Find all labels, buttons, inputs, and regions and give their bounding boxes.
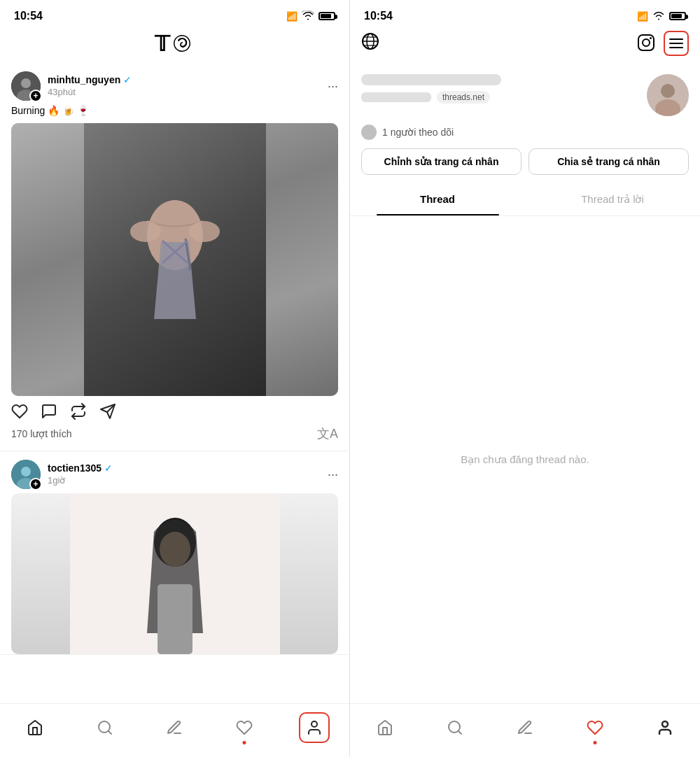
profile-buttons: Chỉnh sửa trang cá nhân Chia sẻ trang cá… — [361, 148, 689, 175]
left-nav-profile[interactable] — [299, 712, 330, 743]
left-battery-icon — [318, 12, 335, 20]
post-2-time: 1giờ — [48, 475, 65, 486]
post-1-avatar-plus[interactable]: + — [29, 90, 42, 102]
translate-icon[interactable]: 文A — [317, 425, 338, 442]
empty-state: Bạn chưa đăng thread nào. — [447, 411, 603, 508]
post-1-user-info: + minhtu_nguyen ✓ 43phút — [11, 71, 132, 101]
right-status-bar: 10:54 📶 — [350, 0, 700, 27]
post-1-username: minhtu_nguyen — [48, 74, 120, 85]
right-signal-icon: 📶 — [637, 11, 648, 22]
menu-line-1 — [669, 38, 683, 40]
profile-icon — [306, 719, 323, 736]
right-panel: 10:54 📶 — [350, 0, 700, 757]
menu-button[interactable] — [664, 31, 689, 56]
compose-icon — [166, 719, 183, 736]
left-status-bar: 10:54 📶 — [0, 0, 349, 27]
threads-logo-svg — [169, 31, 195, 56]
post-1-verified: ✓ — [123, 74, 132, 85]
followers-avatar — [361, 125, 377, 140]
comment-button[interactable] — [41, 403, 57, 420]
signal-icon: 📶 — [286, 11, 298, 22]
right-nav-profile[interactable] — [650, 712, 680, 743]
profile-name-skeleton — [361, 74, 501, 85]
right-battery-icon — [669, 12, 686, 20]
post-2-verified: ✓ — [104, 462, 113, 474]
post-1-username-row: minhtu_nguyen ✓ — [48, 74, 132, 85]
right-heart-dot — [594, 741, 597, 744]
profile-section: threads.net 1 người theo dõi Chỉnh sửa t… — [350, 63, 700, 183]
tab-thread-reply[interactable]: Thread trả lời — [525, 183, 700, 215]
tab-thread[interactable]: Thread — [350, 183, 525, 215]
menu-line-2 — [669, 43, 683, 44]
left-bottom-nav — [0, 703, 349, 757]
edit-profile-button[interactable]: Chỉnh sửa trang cá nhân — [361, 148, 522, 175]
right-nav-likes[interactable] — [580, 712, 610, 743]
heart-nav-dot — [243, 741, 246, 744]
svg-line-20 — [108, 731, 111, 734]
globe-button[interactable] — [361, 32, 379, 55]
svg-point-31 — [661, 84, 675, 98]
repost-button[interactable] — [70, 403, 87, 420]
followers-row: 1 người theo dõi — [361, 125, 689, 140]
left-nav-compose[interactable] — [159, 712, 190, 743]
post-2-image — [11, 493, 338, 654]
svg-point-28 — [643, 39, 650, 46]
globe-icon — [361, 32, 379, 50]
post-1-likes: 170 lượt thích — [11, 428, 72, 439]
post-2-user-details: toctien1305 ✓ 1giờ — [48, 462, 113, 486]
right-status-icons: 📶 — [637, 10, 686, 22]
profile-avatar-svg — [647, 74, 689, 116]
profile-content-area: Bạn chưa đăng thread nào. — [350, 216, 700, 703]
right-heart-icon — [587, 719, 603, 736]
right-time: 10:54 — [364, 10, 393, 22]
svg-point-9 — [189, 221, 220, 242]
like-button[interactable] — [11, 403, 28, 420]
post-2-username-row: toctien1305 ✓ — [48, 462, 113, 474]
right-header-icons — [637, 31, 689, 56]
share-profile-button[interactable]: Chia sẻ trang cá nhân — [528, 148, 689, 175]
share-button[interactable] — [99, 403, 116, 420]
post-1-time: 43phút — [48, 87, 76, 97]
right-nav-search[interactable] — [440, 712, 470, 743]
threads-domain-badge: threads.net — [437, 91, 490, 104]
instagram-button[interactable] — [637, 34, 655, 54]
post-1-image — [11, 123, 338, 396]
post-2-more-btn[interactable]: ··· — [328, 467, 338, 482]
share-icon — [99, 403, 116, 420]
threads-logo: 𝕋 — [155, 31, 169, 56]
post-2-avatar-plus[interactable]: + — [29, 478, 42, 490]
right-compose-icon — [517, 719, 533, 736]
home-icon — [27, 719, 43, 736]
post-1: + minhtu_nguyen ✓ 43phút ··· Burning 🔥 🍺… — [0, 63, 349, 451]
menu-line-3 — [669, 47, 683, 48]
heart-icon — [11, 403, 28, 420]
right-nav-home[interactable] — [370, 712, 400, 743]
profile-top-row: threads.net — [361, 74, 689, 116]
post-2-header: + toctien1305 ✓ 1giờ ··· — [11, 460, 338, 489]
right-home-icon — [377, 719, 393, 736]
followers-count: 1 người theo dõi — [382, 127, 454, 138]
post-2-meta-right: ··· — [328, 467, 338, 482]
tabs-row: Thread Thread trả lời — [350, 183, 700, 216]
right-nav-compose[interactable] — [510, 712, 540, 743]
repost-icon — [70, 403, 87, 420]
empty-message: Bạn chưa đăng thread nào. — [461, 453, 589, 465]
svg-rect-27 — [638, 35, 654, 50]
post-1-actions — [11, 396, 338, 424]
left-nav-home[interactable] — [20, 712, 50, 743]
svg-point-35 — [662, 721, 668, 727]
left-feed: + minhtu_nguyen ✓ 43phút ··· Burning 🔥 🍺… — [0, 63, 349, 703]
profile-avatar-right — [647, 74, 689, 116]
post-2-user-info: + toctien1305 ✓ 1giờ — [11, 460, 113, 489]
svg-point-8 — [130, 221, 161, 242]
left-panel: 10:54 📶 𝕋 — [0, 0, 350, 757]
left-nav-likes[interactable] — [229, 712, 260, 743]
svg-rect-18 — [158, 584, 192, 654]
post-1-meta-right: ··· — [328, 79, 338, 94]
profile-handle-skeleton — [361, 92, 431, 102]
post-1-more-btn[interactable]: ··· — [328, 79, 338, 94]
right-wifi-icon — [652, 10, 665, 22]
post-2-username: toctien1305 — [48, 462, 102, 474]
post-1-avatar-wrap: + — [11, 71, 41, 101]
left-nav-search[interactable] — [90, 712, 120, 743]
